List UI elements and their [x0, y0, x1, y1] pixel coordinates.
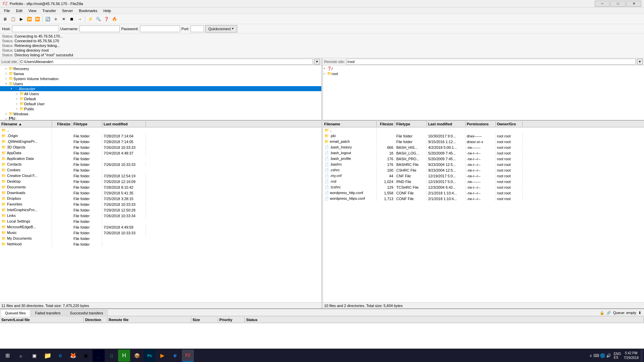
list-item[interactable]: 📁 Local Settings File folder	[0, 219, 321, 224]
taskbar-edge[interactable]: e	[54, 350, 66, 362]
toolbar-toggle-panel[interactable]: ⚡	[87, 15, 94, 23]
password-input[interactable]	[140, 25, 180, 32]
remote-path-dropdown[interactable]: ▼	[637, 59, 643, 65]
remote-header-filetype[interactable]: Filetype	[395, 121, 427, 127]
toolbar-refresh[interactable]: 🔄	[44, 15, 51, 23]
username-input[interactable]	[79, 25, 120, 32]
host-input[interactable]	[12, 25, 59, 32]
start-button[interactable]: ⊞	[1, 350, 13, 362]
task-view-button[interactable]: ▣	[28, 350, 40, 362]
tree-item-default[interactable]: ▷ 📁 Default	[0, 96, 321, 101]
remote-file-scroll[interactable]: 📁 .. 📁 .pki File folder 10/30/2017 9:0..…	[323, 127, 644, 302]
taskbar-spotify[interactable]: ♫	[105, 350, 117, 362]
list-item[interactable]: 📁 Favorites File folder 7/26/2018 10:33:…	[0, 201, 321, 207]
local-header-filetype[interactable]: Filetype	[72, 121, 102, 127]
taskbar-ie[interactable]: e	[169, 350, 181, 362]
taskbar-chrome[interactable]: ◉	[80, 350, 92, 362]
remote-path-input[interactable]	[346, 59, 636, 65]
list-item[interactable]: 📁 MicrosoftEdgeB... File folder 7/24/201…	[0, 224, 321, 230]
list-item[interactable]: 📁 My Documents File folder	[0, 236, 321, 241]
list-item[interactable]: 📁 .pki File folder 10/30/2017 9:0... drw…	[323, 133, 644, 139]
search-button[interactable]: ⌕	[15, 350, 27, 362]
taskbar-cmd[interactable]: _	[93, 350, 105, 362]
remote-tree-root-folder[interactable]: ▷ 📁 root	[323, 71, 644, 76]
tray-sound[interactable]: 🔊	[606, 353, 611, 358]
menu-transfer[interactable]: Transfer	[40, 8, 59, 13]
tree-item-defaultuser[interactable]: ▷ 📁 Default User	[0, 101, 321, 106]
tree-item-users[interactable]: ▾ 📁 Users	[0, 81, 321, 86]
transfer-header-direction[interactable]: Direction	[84, 317, 107, 322]
list-item[interactable]: 📁 Desktop File folder 7/26/2018 12:16:09	[0, 179, 321, 184]
local-header-filesize[interactable]: Filesize	[52, 121, 72, 127]
minimize-button[interactable]: ─	[595, 1, 610, 7]
tree-item-windows[interactable]: ▷ 📁 Windows	[0, 111, 321, 116]
toolbar-btn6[interactable]: ✕	[60, 15, 67, 23]
remote-tree-root[interactable]: ▾ ❓ /	[323, 66, 644, 71]
tree-item-sansa[interactable]: ▷ 📁 Sansa	[0, 71, 321, 76]
tree-item-systemvolume[interactable]: ▷ 📁 System Volume Information	[0, 76, 321, 81]
list-item[interactable]: 📁 .QtWebEnginePr... File folder 7/28/201…	[0, 139, 321, 144]
remote-header-lastmodified[interactable]: Last modified	[427, 121, 466, 127]
taskbar-file-explorer[interactable]: 📁	[42, 350, 54, 362]
list-item[interactable]: 📄 .rnd 1,024 RND File 12/19/2017 5:0... …	[323, 179, 644, 184]
tree-item-public[interactable]: ▷ 📁 Public	[0, 106, 321, 111]
toolbar-btn4[interactable]: ⏩	[34, 15, 41, 23]
transfer-header-priority[interactable]: Priority	[218, 317, 245, 322]
tray-arrow[interactable]: ∧	[589, 353, 592, 358]
transfer-header-remote[interactable]: Remote file	[107, 317, 191, 322]
quickconnect-button[interactable]: Quickconnect ▼	[205, 25, 237, 33]
list-item[interactable]: 📁 Downloads File folder 7/29/2018 5:41:3…	[0, 190, 321, 196]
local-header-lastmodified[interactable]: Last modified	[102, 121, 146, 127]
tree-item-recovery[interactable]: ▷ 📁 Recovery	[0, 66, 321, 71]
list-item[interactable]: 📄 .bash_logout 18 BASH_LOG... 5/20/2009 …	[323, 150, 644, 156]
remote-header-permissions[interactable]: Permissions	[466, 121, 496, 127]
list-item[interactable]: 📁 Documents File folder 7/28/2018 8:15:4…	[0, 184, 321, 190]
list-item[interactable]: 📁 Creative Cloud F... File folder 7/29/2…	[0, 173, 321, 179]
toolbar-stop[interactable]: ⏹	[68, 15, 75, 23]
list-item[interactable]: 📁 IntelGraphicsPro... File folder 7/29/2…	[0, 207, 321, 213]
list-item[interactable]: 📁 ..	[0, 127, 321, 133]
list-item[interactable]: 📁 Contacts File folder 7/26/2018 10:33:3…	[0, 162, 321, 167]
list-item[interactable]: 📁 3D Objects File folder 7/26/2018 10:33…	[0, 144, 321, 150]
close-button[interactable]: ✕	[626, 1, 641, 7]
local-path-input[interactable]	[19, 59, 313, 65]
tree-item-alexander[interactable]: ▾ 👤 Alexander	[0, 86, 321, 91]
list-item[interactable]: 📁 email_patch File folder 9/15/2016 1:12…	[323, 139, 644, 144]
remote-header-owner[interactable]: Owner/Gro	[496, 121, 523, 127]
remote-header-filename[interactable]: Filename	[323, 121, 377, 127]
toolbar-btn7[interactable]: ❓	[103, 15, 110, 23]
tree-item-edrive[interactable]: ▷ 💾 E:	[0, 116, 321, 121]
transfer-header-status[interactable]: Status	[245, 317, 644, 322]
list-item[interactable]: 📄 .cshrc 100 CSHRC File 9/23/2004 12:5..…	[323, 167, 644, 173]
toolbar-btn3[interactable]: ⏪	[25, 15, 33, 23]
menu-bookmarks[interactable]: Bookmarks	[76, 8, 100, 13]
taskbar-firefox[interactable]: 🦊	[67, 350, 79, 362]
toolbar-btn1[interactable]: 📋	[9, 15, 17, 23]
toolbar-btn5[interactable]: ≡	[52, 15, 59, 23]
port-input[interactable]	[191, 25, 204, 32]
tree-item-allusers[interactable]: ▷ 📁 All Users	[0, 91, 321, 96]
list-item[interactable]: 📄 .bashrc 176 BASHRC File 9/23/2004 12:5…	[323, 162, 644, 167]
tray-network[interactable]: 🌐	[600, 353, 605, 358]
list-item[interactable]: 📁 AppData File folder 7/24/2018 4:48:37	[0, 150, 321, 156]
tab-failed-transfers[interactable]: Failed transfers	[31, 310, 65, 316]
list-item[interactable]: 📁 .Origin File folder 7/28/2018 7:14:04	[0, 133, 321, 139]
list-item[interactable]: 📄 .bash_profile 176 BASH_PRO... 5/20/200…	[323, 156, 644, 162]
tab-queued-files[interactable]: Queued files	[1, 310, 30, 316]
remote-tree[interactable]: ▾ ❓ / ▷ 📁 root	[323, 65, 644, 121]
local-header-filename[interactable]: Filename ▲	[0, 121, 52, 127]
list-item[interactable]: 📄 .tcshrc 129 TCSHRC File 12/3/2004 6:42…	[323, 184, 644, 190]
toolbar-btn2[interactable]: ▶	[17, 15, 25, 23]
list-item[interactable]: 📁 Cookies File folder	[0, 167, 321, 173]
system-clock[interactable]: 5:42 PM 7/29/2018	[624, 351, 639, 360]
taskbar-filezilla[interactable]: FZ	[182, 350, 194, 362]
taskbar-vlc[interactable]: ▶	[156, 350, 168, 362]
list-item[interactable]: 📁 Dropbox File folder 7/25/2018 3:28:15	[0, 196, 321, 201]
list-item[interactable]: 📄 wordpress_https.conf 1,713 CONF File 2…	[323, 196, 644, 201]
toolbar-filter[interactable]: 🔍	[95, 15, 102, 23]
show-desktop-button[interactable]	[641, 350, 643, 362]
menu-server[interactable]: Server	[59, 8, 75, 13]
maximize-button[interactable]: □	[610, 1, 626, 7]
remote-header-filesize[interactable]: Filesize	[377, 121, 395, 127]
dropdown-arrow-icon[interactable]: ▼	[231, 27, 234, 30]
